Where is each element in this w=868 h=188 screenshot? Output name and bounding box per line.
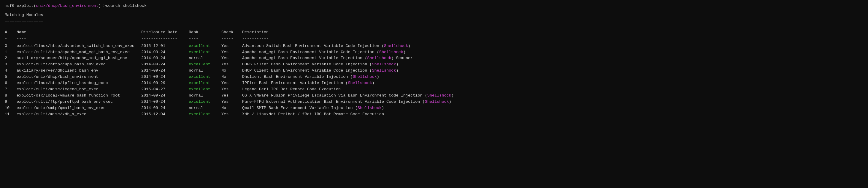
prompt-module: unix/dhcp/bash_environment	[36, 3, 98, 9]
shellshock-highlight: Shellshock	[348, 81, 372, 85]
cell-desc: OS X VMWare Fusion Privilege Escalation …	[242, 93, 863, 99]
rank-value: excellent	[189, 75, 210, 79]
prompt-line: msf6 exploit( unix/dhcp/bash_environment…	[5, 3, 863, 9]
section-underline: ================	[5, 19, 863, 25]
div-date: ---------------	[141, 36, 189, 43]
cell-rank: excellent	[189, 99, 221, 105]
cell-num: 7	[5, 86, 17, 93]
shellshock-highlight: Shellshock	[372, 68, 396, 73]
cell-rank: excellent	[189, 80, 221, 86]
cell-num: 3	[5, 61, 17, 68]
cell-rank: excellent	[189, 49, 221, 56]
cell-num: 4	[5, 68, 17, 74]
rank-value: excellent	[189, 62, 210, 66]
cell-rank: normal	[189, 93, 221, 99]
prompt-arrow: ) >	[98, 3, 106, 9]
table-row: 11exploit/multi/misc/xdh_x_exec2015-12-0…	[5, 111, 863, 117]
col-header-check: Check	[221, 29, 242, 36]
cell-rank: excellent	[189, 61, 221, 68]
rank-value: normal	[189, 93, 203, 98]
cell-name: auxiliary/scanner/http/apache_mod_cgi_ba…	[17, 55, 141, 61]
cell-desc: Qmail SMTP Bash Environment Variable Inj…	[242, 105, 863, 111]
col-header-desc: Description	[242, 29, 863, 36]
col-header-name: Name	[17, 29, 141, 36]
results-table: # Name Disclosure Date Rank Check Descri…	[5, 29, 863, 117]
cell-name: exploit/multi/http/cups_bash_env_exec	[17, 61, 141, 68]
cell-desc: Dhclient Bash Environment Variable Injec…	[242, 74, 863, 80]
cell-check: Yes	[221, 61, 242, 68]
shellshock-highlight: Shellshock	[353, 75, 377, 79]
cell-rank: normal	[189, 105, 221, 111]
cell-name: exploit/multi/misc/xdh_x_exec	[17, 111, 141, 117]
rank-value: excellent	[189, 50, 210, 54]
cell-desc: DHCP Client Bash Environment Variable Co…	[242, 68, 863, 74]
cell-rank: normal	[189, 55, 221, 61]
cell-check: Yes	[221, 93, 242, 99]
cell-num: 5	[5, 74, 17, 80]
prompt-msf: msf6 exploit(	[5, 3, 36, 9]
shellshock-highlight: Shellshock	[384, 44, 408, 48]
cell-name: auxiliary/server/dhclient_bash_env	[17, 68, 141, 74]
shellshock-highlight: Shellshock	[425, 100, 449, 104]
table-row: 1exploit/multi/http/apache_mod_cgi_bash_…	[5, 49, 863, 56]
shellshock-highlight: Shellshock	[379, 50, 403, 54]
section-title: Matching Modules	[5, 12, 863, 19]
cell-check: Yes	[221, 80, 242, 86]
cell-check: Yes	[221, 99, 242, 105]
cell-check: No	[221, 68, 242, 74]
rank-value: excellent	[189, 112, 210, 116]
cell-num: 11	[5, 111, 17, 117]
cell-date: 2014-09-29	[141, 80, 189, 86]
table-row: 10exploit/unix/smtp/qmail_bash_env_exec2…	[5, 105, 863, 111]
table-row: 0exploit/linux/http/advantech_switch_bas…	[5, 43, 863, 49]
table-row: 9exploit/multi/ftp/pureftpd_bash_env_exe…	[5, 99, 863, 105]
col-header-date: Disclosure Date	[141, 29, 189, 36]
cell-check: Yes	[221, 55, 242, 61]
div-desc: -----------	[242, 36, 863, 43]
cell-name: exploit/multi/misc/legend_bot_exec	[17, 86, 141, 93]
cell-name: exploit/multi/http/apache_mod_cgi_bash_e…	[17, 49, 141, 56]
cell-desc: Apache mod_cgi Bash Environment Variable…	[242, 49, 863, 56]
cell-date: 2014-09-24	[141, 49, 189, 56]
table-row: 4auxiliary/server/dhclient_bash_env2014-…	[5, 68, 863, 74]
rank-value: excellent	[189, 100, 210, 104]
col-header-rank: Rank	[189, 29, 221, 36]
cell-num: 1	[5, 49, 17, 56]
shellshock-highlight: Shellshock	[367, 56, 391, 60]
cell-desc: Legend Perl IRC Bot Remote Code Executio…	[242, 86, 863, 93]
col-header-num: #	[5, 29, 17, 36]
cell-num: 10	[5, 105, 17, 111]
cell-date: 2014-09-24	[141, 68, 189, 74]
cell-rank: excellent	[189, 74, 221, 80]
cell-name: exploit/linux/http/ipfire_bashbug_exec	[17, 80, 141, 86]
cell-check: Yes	[221, 86, 242, 93]
cell-date: 2015-12-04	[141, 111, 189, 117]
table-row: 2auxiliary/scanner/http/apache_mod_cgi_b…	[5, 55, 863, 61]
cell-check: No	[221, 105, 242, 111]
cell-desc: Xdh / LinuxNet Perlbot / fBot IRC Bot Re…	[242, 111, 863, 117]
cell-num: 0	[5, 43, 17, 49]
rank-value: normal	[189, 56, 203, 60]
cell-desc: IPFire Bash Environment Variable Injecti…	[242, 80, 863, 86]
cell-num: 6	[5, 80, 17, 86]
table-row: 8exploit/osx/local/vmware_bash_function_…	[5, 93, 863, 99]
shellshock-highlight: Shellshock	[427, 93, 452, 98]
cell-rank: excellent	[189, 86, 221, 93]
div-check: -----	[221, 36, 242, 43]
table-row: 7exploit/multi/misc/legend_bot_exec2015-…	[5, 86, 863, 93]
cell-num: 2	[5, 55, 17, 61]
cell-rank: normal	[189, 68, 221, 74]
cell-check: No	[221, 74, 242, 80]
cell-name: exploit/unix/smtp/qmail_bash_env_exec	[17, 105, 141, 111]
table-row: 6exploit/linux/http/ipfire_bashbug_exec2…	[5, 80, 863, 86]
shellshock-highlight: Shellshock	[372, 62, 396, 66]
table-row: 3exploit/multi/http/cups_bash_env_exec20…	[5, 61, 863, 68]
cell-desc: CUPS Filter Bash Environment Variable Co…	[242, 61, 863, 68]
cell-check: Yes	[221, 49, 242, 56]
cell-date: 2015-04-27	[141, 86, 189, 93]
cell-desc: Pure-FTPd External Authentication Bash E…	[242, 99, 863, 105]
div-rank: ----	[189, 36, 221, 43]
cell-rank: excellent	[189, 111, 221, 117]
cell-check: Yes	[221, 43, 242, 49]
cell-desc: Advantech Switch Bash Environment Variab…	[242, 43, 863, 49]
